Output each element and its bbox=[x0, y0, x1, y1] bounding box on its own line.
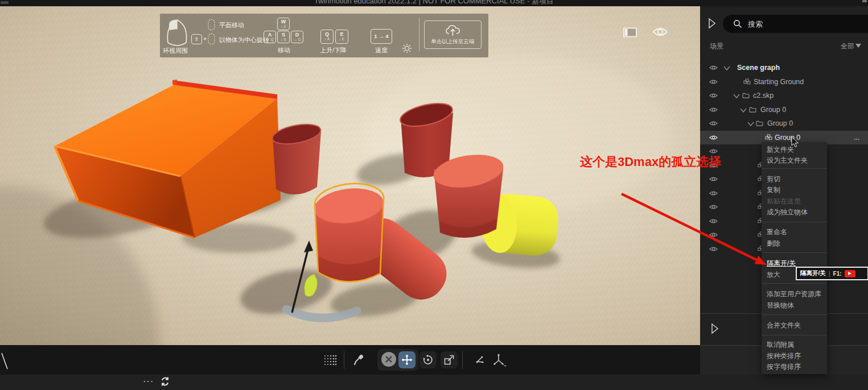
chevron-down-icon[interactable] bbox=[855, 44, 861, 48]
visibility-eye-icon[interactable] bbox=[709, 63, 718, 73]
rotate-tool-button[interactable] bbox=[419, 351, 437, 368]
local-axis-icon bbox=[473, 354, 486, 366]
menu-item-set-main-folder[interactable]: 设为主文件夹 bbox=[767, 156, 824, 164]
panel-toggle-icon[interactable] bbox=[623, 27, 637, 38]
menu-item-replace-object[interactable]: 替换物体 bbox=[767, 301, 824, 309]
visibility-eye-icon[interactable] bbox=[709, 77, 718, 87]
cloud-upload-icon bbox=[445, 24, 462, 37]
menu-item-delete[interactable]: 删除 bbox=[767, 239, 824, 247]
gizmo-icon bbox=[492, 353, 507, 367]
scale-icon bbox=[443, 354, 455, 366]
menu-item-isolate-toggle[interactable]: 隔离开/关 bbox=[767, 259, 824, 267]
expander-chevron-icon[interactable] bbox=[733, 90, 740, 101]
menu-item-sort-by-type[interactable]: 按种类排序 bbox=[767, 352, 824, 360]
menu-item-add-to-user-library[interactable]: 添加至用户资源库 bbox=[767, 290, 824, 298]
axis-line-fragment bbox=[1, 352, 9, 370]
dot-grid-snap-icon[interactable] bbox=[323, 354, 337, 367]
menu-item-rename[interactable]: 重命名 bbox=[767, 228, 824, 236]
shortcut-tooltip: 隔离开/关 | F1: bbox=[796, 267, 868, 280]
navigation-help-overlay: 环视周围 平面移动 ⇧ + 以物体为中心旋转 W ↑ Z A ← Q S ↓ S… bbox=[160, 14, 488, 57]
window-control-fragment[interactable] bbox=[862, 0, 867, 2]
visibility-eye-icon[interactable] bbox=[709, 146, 718, 156]
tree-row-scene-graph[interactable]: Scene graph bbox=[700, 61, 868, 75]
plus-sign: + bbox=[203, 35, 207, 42]
expander-chevron-icon[interactable] bbox=[747, 118, 754, 128]
upload-label: 单击以上传至云端 bbox=[431, 38, 475, 45]
orbit-label: 以物体为中心旋转 bbox=[219, 36, 269, 44]
search-input[interactable] bbox=[747, 19, 851, 29]
visibility-eye-icon[interactable] bbox=[652, 26, 668, 38]
move-icon bbox=[401, 354, 413, 366]
mouse-cursor bbox=[791, 137, 799, 148]
visibility-eye-icon[interactable] bbox=[709, 188, 718, 198]
visibility-eye-icon[interactable] bbox=[709, 105, 718, 115]
filter-dropdown[interactable]: 全部 bbox=[841, 42, 854, 51]
row-more-button[interactable]: ... bbox=[854, 134, 859, 142]
tree-label[interactable]: c2.skp bbox=[753, 92, 774, 99]
collapse-panel-icon[interactable] bbox=[708, 18, 716, 29]
tooltip-label: 隔离开/关 bbox=[800, 269, 826, 277]
deselect-icon[interactable] bbox=[381, 351, 397, 367]
menu-divider bbox=[762, 335, 827, 335]
w-keycap: W ↑ Z bbox=[277, 18, 290, 30]
upload-to-cloud-button[interactable]: 单击以上传至云端 bbox=[424, 20, 482, 49]
move-label: 移动 bbox=[278, 46, 290, 55]
local-axis-button[interactable] bbox=[471, 351, 488, 368]
title-bar: Twinmotion education 2022.1.2 | NOT FOR … bbox=[0, 0, 868, 6]
visibility-eye-icon[interactable] bbox=[709, 132, 718, 143]
title-left-fragment bbox=[1, 1, 9, 4]
expander-chevron-icon[interactable] bbox=[723, 63, 730, 73]
gizmo-mode-button[interactable] bbox=[491, 351, 508, 368]
gear-icon[interactable] bbox=[402, 43, 412, 53]
tree-label[interactable]: Group 0 bbox=[767, 119, 793, 127]
menu-item-merge-folder[interactable]: 合并文件夹 bbox=[767, 321, 824, 329]
pan-label: 平面移动 bbox=[219, 21, 244, 30]
visibility-eye-icon[interactable] bbox=[709, 118, 718, 128]
scene-section-label: 场景 bbox=[710, 42, 723, 51]
menu-item-sort-alphabetically[interactable]: 按字母排序 bbox=[767, 363, 824, 371]
e-keycap: E ↓ E bbox=[335, 30, 348, 44]
menu-item-copy[interactable]: 复制 bbox=[767, 186, 824, 194]
visibility-eye-icon[interactable] bbox=[709, 202, 718, 212]
tree-row-group0-a[interactable]: Group 0 bbox=[700, 103, 868, 117]
toolbar-divider bbox=[462, 351, 463, 369]
refresh-icon[interactable] bbox=[160, 376, 170, 387]
menu-divider bbox=[762, 222, 827, 222]
rotate-icon bbox=[422, 354, 434, 366]
expand-section-icon[interactable] bbox=[711, 323, 719, 334]
visibility-eye-icon[interactable] bbox=[709, 244, 718, 254]
cylinder-open-left[interactable] bbox=[271, 121, 322, 195]
youtube-icon[interactable] bbox=[845, 270, 855, 277]
speed-label: 速度 bbox=[375, 46, 388, 55]
menu-item-cut[interactable]: 剪切 bbox=[767, 175, 824, 183]
menu-divider bbox=[762, 168, 827, 169]
expander-chevron-icon[interactable] bbox=[740, 105, 747, 115]
group-cubes-icon bbox=[765, 132, 772, 143]
viewport-3d[interactable]: 环视周围 平面移动 ⇧ + 以物体为中心旋转 W ↑ Z A ← Q S ↓ S… bbox=[0, 6, 700, 345]
menu-item-make-independent[interactable]: 成为独立物体 bbox=[767, 208, 824, 216]
more-options-button[interactable]: ··· bbox=[143, 377, 154, 385]
tree-row-starting-ground[interactable]: Starting Ground bbox=[700, 75, 868, 89]
move-tool-button[interactable] bbox=[398, 351, 416, 368]
menu-divider bbox=[762, 252, 827, 253]
tree-label[interactable]: Scene graph bbox=[737, 64, 780, 72]
scale-tool-button[interactable] bbox=[441, 351, 458, 368]
tree-label[interactable]: Group 0 bbox=[760, 106, 786, 114]
toolbar-divider bbox=[344, 351, 344, 369]
tree-row-group0-b[interactable]: Group 0 bbox=[700, 117, 868, 131]
middle-mouse-drag-icon bbox=[208, 19, 215, 31]
selected-cylinder[interactable] bbox=[312, 184, 385, 282]
visibility-eye-icon[interactable] bbox=[709, 90, 718, 101]
dropdown-caret-icon bbox=[504, 366, 507, 367]
mouse-icon bbox=[164, 16, 190, 46]
visibility-eye-icon[interactable] bbox=[709, 160, 718, 171]
visibility-eye-icon[interactable] bbox=[709, 216, 718, 226]
tree-label[interactable]: Starting Ground bbox=[754, 78, 804, 86]
tree-row-c2skp[interactable]: c2.skp bbox=[700, 89, 868, 103]
search-bar[interactable] bbox=[723, 15, 868, 33]
menu-item-detach[interactable]: 取消附属 bbox=[767, 341, 824, 348]
folder-icon bbox=[742, 90, 750, 101]
visibility-eye-icon[interactable] bbox=[709, 174, 718, 184]
visibility-eye-icon[interactable] bbox=[709, 230, 718, 240]
eyedropper-icon[interactable] bbox=[353, 354, 365, 366]
